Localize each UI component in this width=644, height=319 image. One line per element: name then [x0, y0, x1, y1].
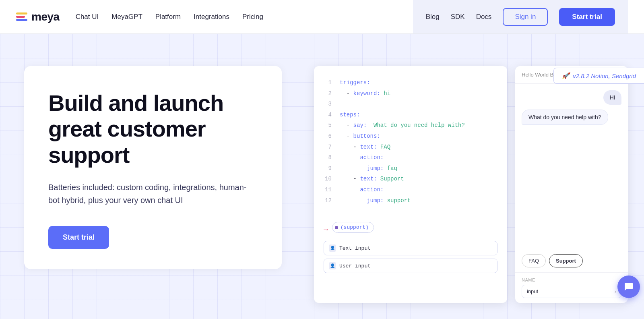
hero-card: Build and launch great customer support …: [24, 66, 282, 269]
logo-bar-1: [16, 12, 27, 14]
code-line-3: 3: [324, 99, 497, 110]
nav-pricing[interactable]: Pricing: [242, 13, 263, 21]
flow-icon-1: 👤: [329, 244, 336, 252]
logo-icon: [16, 12, 27, 21]
start-trial-button[interactable]: Start trial: [559, 8, 615, 26]
hero-title: Build and launch great customer support: [48, 90, 258, 168]
logo-bar-2: [16, 16, 25, 18]
version-banner: 🚀 v2.8.2 Notion, Sendgrid: [553, 68, 644, 84]
chat-bot-text: What do you need help with?: [528, 114, 601, 120]
main-content: Build and launch great customer support …: [0, 34, 644, 319]
code-line-7: 7 - text: FAQ: [324, 142, 497, 153]
chat-faq-button[interactable]: FAQ: [522, 254, 546, 267]
code-line-5: 5 - say: What do you need help with?: [324, 120, 497, 131]
hero-subtitle: Batteries included: custom coding, integ…: [48, 181, 258, 207]
chat-input-label: NAME: [522, 278, 621, 282]
chat-panel: Hello World Bot Hi What do you need help…: [515, 66, 628, 303]
chat-user-text: Hi: [610, 94, 615, 101]
chat-input-field[interactable]: input ›: [522, 285, 621, 298]
signin-button[interactable]: Sign in: [503, 8, 548, 26]
header-docs[interactable]: Docs: [476, 13, 492, 21]
code-line-12: 12 jump: support: [324, 195, 497, 206]
flow-icon-2: 👤: [329, 262, 336, 269]
logo[interactable]: meya: [16, 10, 60, 23]
code-line-4: 4 steps:: [324, 110, 497, 120]
header-blog[interactable]: Blog: [426, 13, 440, 21]
chat-messages: Hi What do you need help with?: [515, 84, 628, 254]
header-left: meya Chat UI MeyaGPT Platform Integratio…: [16, 10, 263, 23]
chat-support-button[interactable]: Support: [549, 254, 583, 267]
header-right: Blog SDK Docs Sign in Start trial: [413, 0, 628, 33]
code-line-8: 8 action:: [324, 152, 497, 163]
code-line-1: 1 triggers:: [324, 77, 497, 88]
nav-meyagpt[interactable]: MeyaGPT: [111, 13, 142, 21]
nav-integrations[interactable]: Integrations: [194, 13, 229, 21]
chat-fab-icon: [624, 282, 634, 292]
header: meya Chat UI MeyaGPT Platform Integratio…: [0, 0, 644, 34]
left-panel: Build and launch great customer support …: [0, 34, 306, 319]
chat-bot-name: Hello World Bot: [522, 72, 558, 78]
chat-input-arrow: ›: [615, 288, 616, 294]
code-line-6: 6 - buttons:: [324, 131, 497, 142]
flow-node-1-label: Text input: [339, 245, 371, 251]
support-badge-text: (support): [341, 224, 369, 230]
code-line-11: 11 action:: [324, 184, 497, 195]
code-line-2: 2 - keyword: hi: [324, 88, 497, 99]
flow-badge-row: → (support): [324, 222, 497, 237]
nav-platform[interactable]: Platform: [155, 13, 181, 21]
chat-bubble-user: Hi: [603, 90, 621, 105]
hero-cta-button[interactable]: Start trial: [48, 226, 109, 249]
flow-node-2-label: User input: [339, 263, 371, 269]
flow-node-1: 👤 Text input: [324, 241, 497, 255]
code-line-9: 9 jump: faq: [324, 163, 497, 174]
version-icon: 🚀: [562, 72, 570, 79]
chat-input-area: NAME input ›: [515, 272, 628, 303]
chat-fab[interactable]: [617, 276, 640, 298]
version-text: v2.8.2 Notion, Sendgrid: [573, 72, 636, 79]
chat-action-buttons: FAQ Support: [515, 254, 628, 272]
code-line-10: 10 - text: Support: [324, 174, 497, 184]
flow-arrow-icon: →: [324, 226, 328, 234]
logo-text: meya: [31, 10, 60, 23]
nav-chat-ui[interactable]: Chat UI: [76, 13, 99, 21]
chat-bubble-bot: What do you need help with?: [522, 110, 608, 125]
chat-input-placeholder: input: [527, 288, 538, 294]
header-right-links: Blog SDK Docs: [426, 13, 492, 21]
main-nav: Chat UI MeyaGPT Platform Integrations Pr…: [76, 13, 263, 21]
header-sdk[interactable]: SDK: [451, 13, 465, 21]
logo-bar-3: [16, 19, 27, 21]
code-editor: 1 triggers: 2 - keyword: hi 3 4 steps: 5: [314, 66, 507, 303]
flow-node-2: 👤 User input: [324, 259, 497, 273]
flow-section: → (support) 👤 Text input 👤 User input: [324, 222, 497, 273]
support-badge: (support): [332, 222, 374, 233]
support-dot: [335, 226, 338, 229]
